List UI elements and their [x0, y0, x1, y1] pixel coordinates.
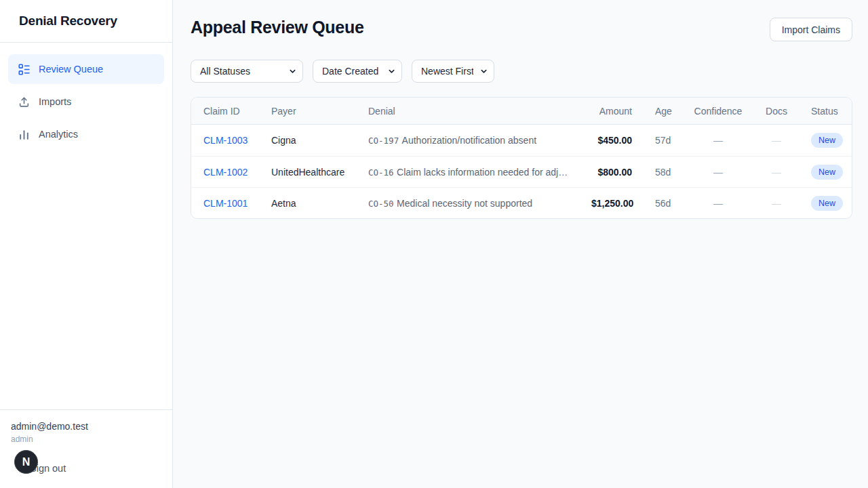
- sidebar-item-label: Analytics: [39, 129, 78, 140]
- denial-text: Authorization/notification absent: [402, 135, 536, 146]
- table-row[interactable]: CLM-1002 UnitedHealthcare CO-16 Claim la…: [191, 156, 852, 187]
- table-row[interactable]: CLM-1001 Aetna CO-50 Medical necessity n…: [191, 187, 852, 218]
- nextjs-dev-badge[interactable]: N: [14, 450, 38, 474]
- column-header-confidence: Confidence: [673, 106, 764, 117]
- import-claims-button[interactable]: Import Claims: [770, 18, 852, 41]
- confidence-cell: —: [673, 198, 764, 209]
- page-title: Appeal Review Queue: [191, 18, 364, 37]
- age-cell: 56d: [646, 198, 673, 209]
- age-cell: 58d: [646, 167, 673, 178]
- docs-cell: —: [764, 167, 789, 178]
- denial-code: CO-16: [368, 167, 394, 178]
- nextjs-logo-icon: N: [22, 456, 31, 468]
- table-row[interactable]: CLM-1003 Cigna CO-197 Authorization/noti…: [191, 125, 852, 156]
- claim-id-link[interactable]: CLM-1003: [203, 135, 248, 146]
- sidebar-nav: Review Queue Imports Analytics: [0, 43, 172, 161]
- denial-cell: CO-50 Medical necessity not supported: [368, 197, 591, 209]
- sidebar-item-analytics[interactable]: Analytics: [8, 119, 164, 149]
- sidebar-item-label: Review Queue: [39, 64, 103, 75]
- status-filter-select[interactable]: All Statuses: [191, 60, 303, 83]
- amount-cell: $1,250.00: [591, 198, 646, 209]
- status-badge: New: [811, 133, 843, 148]
- sort-order-filter-wrap: Newest First: [412, 60, 494, 83]
- column-header-payer: Payer: [271, 106, 368, 117]
- confidence-cell: —: [673, 135, 764, 146]
- status-badge: New: [811, 165, 843, 180]
- sort-by-select[interactable]: Date Created: [313, 60, 402, 83]
- denial-code: CO-50: [368, 199, 394, 209]
- column-header-age: Age: [646, 106, 673, 117]
- denial-cell: CO-16 Claim lacks information needed for…: [368, 166, 591, 178]
- app-title: Denial Recovery: [19, 14, 117, 28]
- claim-id-link[interactable]: CLM-1002: [203, 167, 248, 178]
- sidebar: Denial Recovery Review Queue: [0, 0, 173, 488]
- sidebar-spacer: [0, 161, 172, 409]
- user-role: admin: [11, 434, 161, 444]
- column-header-amount: Amount: [591, 106, 646, 117]
- column-header-claim-id: Claim ID: [191, 106, 271, 117]
- column-header-docs: Docs: [764, 106, 789, 117]
- column-header-status: Status: [789, 106, 852, 117]
- payer-cell: Aetna: [271, 198, 368, 209]
- sidebar-item-imports[interactable]: Imports: [8, 87, 164, 117]
- sidebar-item-label: Imports: [39, 96, 71, 107]
- denial-text: Medical necessity not supported: [397, 198, 532, 209]
- amount-cell: $800.00: [591, 167, 646, 178]
- denial-text: Claim lacks information needed for adj…: [397, 167, 568, 178]
- sidebar-footer: admin@demo.test admin Sign out: [0, 409, 172, 488]
- main-header: Appeal Review Queue Import Claims: [191, 18, 852, 41]
- queue-icon: [18, 64, 30, 75]
- sort-order-select[interactable]: Newest First: [412, 60, 494, 83]
- confidence-cell: —: [673, 167, 764, 178]
- bar-chart-icon: [18, 129, 30, 140]
- docs-cell: —: [764, 198, 789, 209]
- user-email: admin@demo.test: [11, 421, 161, 432]
- amount-cell: $450.00: [591, 135, 646, 146]
- status-filter-wrap: All Statuses: [191, 60, 303, 83]
- upload-icon: [18, 96, 30, 108]
- payer-cell: Cigna: [271, 135, 368, 146]
- denial-cell: CO-197 Authorization/notification absent: [368, 134, 591, 146]
- main-content: Appeal Review Queue Import Claims All St…: [173, 0, 868, 488]
- docs-cell: —: [764, 135, 789, 146]
- sidebar-item-review-queue[interactable]: Review Queue: [8, 54, 164, 84]
- status-badge: New: [811, 196, 843, 211]
- filters-bar: All Statuses Date Created Newest First: [191, 60, 852, 83]
- table-header-row: Claim ID Payer Denial Amount Age Confide…: [191, 98, 852, 125]
- claim-id-link[interactable]: CLM-1001: [203, 198, 248, 209]
- sidebar-header: Denial Recovery: [0, 0, 172, 43]
- claims-table: Claim ID Payer Denial Amount Age Confide…: [191, 97, 852, 219]
- denial-code: CO-197: [368, 136, 399, 146]
- age-cell: 57d: [646, 135, 673, 146]
- sort-by-filter-wrap: Date Created: [313, 60, 402, 83]
- column-header-denial: Denial: [368, 106, 591, 117]
- payer-cell: UnitedHealthcare: [271, 167, 368, 178]
